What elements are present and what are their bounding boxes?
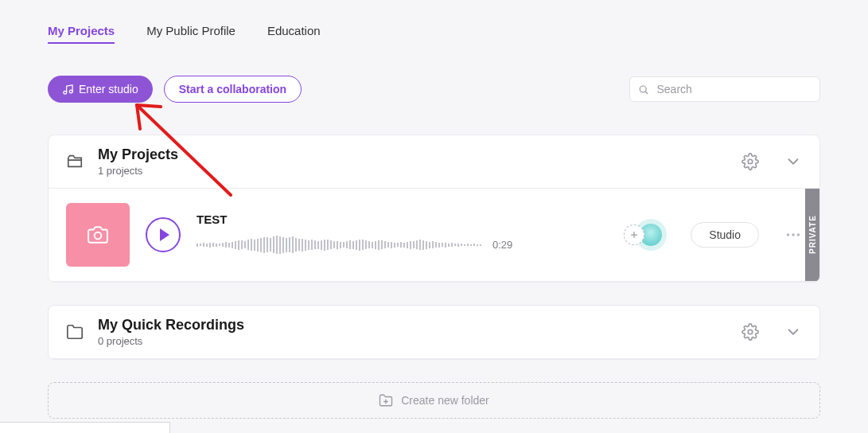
music-note-icon bbox=[62, 84, 74, 96]
action-row: Enter studio Start a collaboration bbox=[48, 76, 820, 103]
folder-header-quick-recordings[interactable]: My Quick Recordings 0 projects bbox=[49, 306, 819, 359]
plus-icon bbox=[629, 230, 639, 240]
folder-title-quick-recordings: My Quick Recordings bbox=[98, 317, 727, 334]
svg-point-8 bbox=[787, 233, 789, 236]
search-input[interactable] bbox=[656, 82, 812, 96]
camera-icon bbox=[88, 224, 108, 245]
play-button[interactable] bbox=[146, 217, 181, 252]
tab-education[interactable]: Education bbox=[267, 24, 321, 44]
folder-open-icon bbox=[66, 153, 84, 170]
tab-my-projects[interactable]: My Projects bbox=[48, 24, 115, 44]
collaborators bbox=[624, 224, 662, 246]
enter-studio-button[interactable]: Enter studio bbox=[48, 76, 153, 103]
audio-waveform[interactable] bbox=[197, 232, 481, 258]
start-collaboration-button[interactable]: Start a collaboration bbox=[164, 76, 302, 103]
bottom-left-panel bbox=[0, 422, 170, 433]
svg-point-5 bbox=[95, 232, 102, 240]
create-folder-label: Create new folder bbox=[401, 394, 489, 407]
folder-quick-recordings: My Quick Recordings 0 projects bbox=[48, 305, 820, 360]
project-studio-button[interactable]: Studio bbox=[691, 222, 759, 248]
chevron-down-icon[interactable] bbox=[784, 153, 802, 170]
folder-my-projects: My Projects 1 projects TEST 0:29 bbox=[48, 135, 820, 283]
top-tabs: My Projects My Public Profile Education bbox=[48, 16, 820, 44]
svg-point-9 bbox=[792, 233, 794, 236]
folder-plus-icon bbox=[379, 393, 393, 408]
project-title[interactable]: TEST bbox=[197, 213, 608, 226]
privacy-badge: PRIVATE bbox=[805, 189, 819, 281]
more-options-icon[interactable] bbox=[784, 226, 802, 244]
gear-icon[interactable] bbox=[741, 153, 759, 170]
svg-point-1 bbox=[69, 90, 72, 93]
folder-subtitle-quick-recordings: 0 projects bbox=[98, 335, 727, 347]
svg-point-0 bbox=[64, 91, 67, 94]
play-icon bbox=[160, 228, 169, 241]
project-row: TEST 0:29 Studio PRIVATE bbox=[49, 189, 819, 282]
svg-point-11 bbox=[748, 330, 753, 334]
create-folder-button[interactable]: Create new folder bbox=[48, 382, 820, 419]
svg-point-4 bbox=[748, 159, 753, 164]
svg-line-3 bbox=[645, 92, 648, 94]
svg-point-10 bbox=[797, 233, 800, 236]
tab-public-profile[interactable]: My Public Profile bbox=[146, 24, 235, 44]
folder-title-my-projects: My Projects bbox=[98, 146, 727, 163]
project-thumbnail[interactable] bbox=[66, 203, 130, 267]
search-icon bbox=[638, 84, 649, 96]
chevron-down-icon[interactable] bbox=[784, 323, 802, 341]
gear-icon[interactable] bbox=[741, 323, 759, 341]
folder-icon bbox=[66, 323, 84, 341]
project-duration: 0:29 bbox=[492, 239, 512, 251]
search-box[interactable] bbox=[629, 76, 820, 102]
enter-studio-label: Enter studio bbox=[79, 83, 138, 96]
folder-header-my-projects[interactable]: My Projects 1 projects bbox=[49, 135, 819, 189]
folder-subtitle-my-projects: 1 projects bbox=[98, 165, 727, 177]
